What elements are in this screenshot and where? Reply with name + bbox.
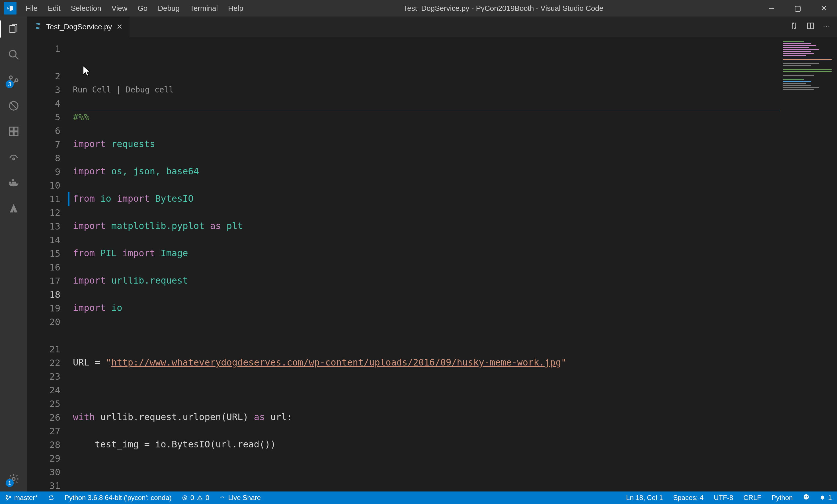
source-control-icon[interactable]: 3 xyxy=(7,73,20,87)
menu-debug[interactable]: Debug xyxy=(153,0,185,17)
title-bar: File Edit Selection View Go Debug Termin… xyxy=(0,0,837,17)
codelens-debug-cell[interactable]: Debug cell xyxy=(126,85,174,94)
svg-point-19 xyxy=(6,496,8,497)
menu-view[interactable]: View xyxy=(106,0,133,17)
menu-file[interactable]: File xyxy=(20,0,43,17)
code-editor[interactable]: Run Cell | Debug cell #%% import request… xyxy=(73,37,837,491)
tab-label: Test_DogService.py xyxy=(46,22,112,31)
status-sync[interactable] xyxy=(43,491,59,504)
status-bar: master* Python 3.6.8 64-bit ('pycon': co… xyxy=(0,491,837,504)
minimap[interactable] xyxy=(780,37,837,491)
svg-rect-10 xyxy=(14,132,18,136)
compare-changes-icon[interactable] xyxy=(790,22,798,32)
status-notifications[interactable]: 1 xyxy=(815,494,837,502)
menu-bar: File Edit Selection View Go Debug Termin… xyxy=(20,0,249,17)
status-indentation[interactable]: Spaces: 4 xyxy=(668,494,709,502)
status-problems[interactable]: 0 0 xyxy=(177,491,215,504)
code-line: #%% xyxy=(73,112,89,123)
tab-close-icon[interactable]: ✕ xyxy=(117,22,123,31)
azure-icon[interactable] xyxy=(7,201,20,215)
close-button[interactable]: ✕ xyxy=(811,0,837,17)
svg-point-28 xyxy=(805,496,806,497)
status-liveshare[interactable]: Live Share xyxy=(214,491,266,504)
settings-badge: 1 xyxy=(6,479,14,487)
scm-badge: 3 xyxy=(6,80,14,88)
vscode-icon xyxy=(4,2,17,15)
svg-rect-7 xyxy=(10,127,13,131)
menu-go[interactable]: Go xyxy=(133,0,153,17)
svg-line-6 xyxy=(10,102,17,109)
settings-icon[interactable]: 1 xyxy=(7,472,20,486)
line-number-gutter: 1 2 3 4 5 6 7 8 9 10 11 12 13 14 15 16 1… xyxy=(27,37,73,491)
svg-rect-9 xyxy=(10,132,13,136)
python-file-icon xyxy=(34,22,41,32)
status-eol[interactable]: CRLF xyxy=(738,494,766,502)
codelens-run-cell[interactable]: Run Cell xyxy=(73,85,111,94)
status-python[interactable]: Python 3.6.8 64-bit ('pycon': conda) xyxy=(59,491,177,504)
extensions-icon[interactable] xyxy=(7,125,20,138)
menu-help[interactable]: Help xyxy=(223,0,248,17)
explorer-icon[interactable] xyxy=(7,22,20,36)
split-editor-icon[interactable] xyxy=(806,22,815,32)
status-language[interactable]: Python xyxy=(766,494,798,502)
svg-point-16 xyxy=(12,478,15,480)
svg-rect-8 xyxy=(14,127,18,131)
tab-bar: Test_DogService.py ✕ ⋯ xyxy=(27,17,837,37)
svg-point-26 xyxy=(200,499,200,499)
docker-icon[interactable] xyxy=(7,176,20,189)
svg-point-11 xyxy=(13,158,15,160)
svg-rect-14 xyxy=(14,182,16,184)
maximize-button[interactable]: ▢ xyxy=(785,0,811,17)
svg-rect-15 xyxy=(12,179,14,181)
window-controls: ─ ▢ ✕ xyxy=(759,0,837,17)
debug-icon[interactable] xyxy=(7,99,20,113)
editor-area: Test_DogService.py ✕ ⋯ 1 2 3 4 5 xyxy=(27,17,837,491)
window-title: Test_DogService.py - PyCon2019Booth - Vi… xyxy=(249,4,759,13)
svg-point-21 xyxy=(9,496,11,498)
activity-bar: 3 1 xyxy=(0,17,27,491)
svg-rect-12 xyxy=(10,182,12,184)
svg-rect-13 xyxy=(12,182,14,184)
menu-selection[interactable]: Selection xyxy=(66,0,106,17)
status-branch[interactable]: master* xyxy=(0,491,43,504)
search-icon[interactable] xyxy=(7,48,20,61)
svg-point-2 xyxy=(10,76,12,79)
status-encoding[interactable]: UTF-8 xyxy=(709,494,738,502)
menu-terminal[interactable]: Terminal xyxy=(185,0,223,17)
svg-point-20 xyxy=(6,499,8,500)
liveshare-icon[interactable] xyxy=(7,150,20,164)
more-actions-icon[interactable]: ⋯ xyxy=(823,22,830,31)
svg-point-29 xyxy=(807,496,808,497)
tab-test-dogservice[interactable]: Test_DogService.py ✕ xyxy=(27,17,130,37)
svg-line-1 xyxy=(15,56,18,59)
svg-point-0 xyxy=(10,50,16,57)
menu-edit[interactable]: Edit xyxy=(43,0,66,17)
svg-point-27 xyxy=(803,494,808,500)
status-cursor-position[interactable]: Ln 18, Col 1 xyxy=(621,494,668,502)
minimize-button[interactable]: ─ xyxy=(759,0,785,17)
status-feedback-icon[interactable] xyxy=(798,494,815,500)
